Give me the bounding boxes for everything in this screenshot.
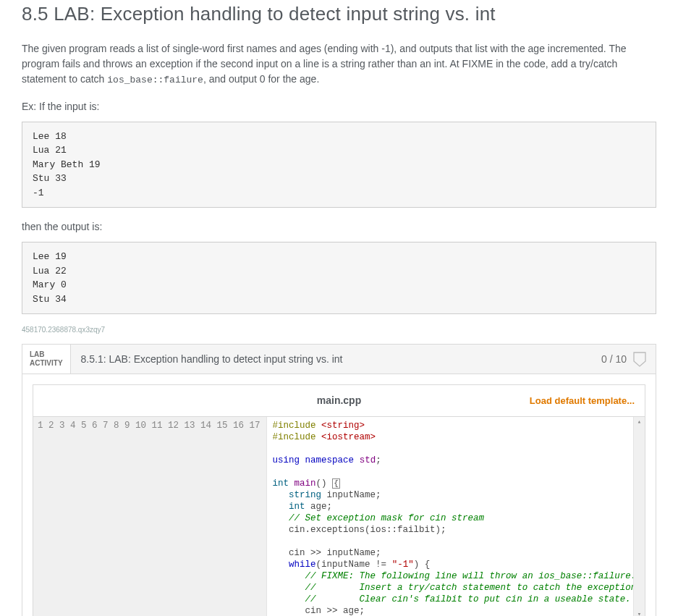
- load-default-template-button[interactable]: Load default template...: [530, 395, 645, 406]
- code-editor[interactable]: 1 2 3 4 5 6 7 8 9 10 11 12 13 14 15 16 1…: [33, 416, 645, 616]
- shield-icon: [632, 351, 647, 367]
- problem-description: The given program reads a list of single…: [22, 41, 656, 88]
- vertical-scrollbar[interactable]: ▴ ▾: [633, 417, 645, 616]
- desc-part2: , and output 0 for the age.: [203, 73, 319, 85]
- lab-score: 0 / 10: [593, 345, 656, 374]
- page-title: 8.5 LAB: Exception handling to detect in…: [22, 0, 656, 28]
- code-content[interactable]: #include <string>#include <iostream> usi…: [267, 417, 633, 616]
- lab-score-text: 0 / 10: [601, 352, 627, 367]
- scroll-down-icon[interactable]: ▾: [634, 609, 645, 616]
- example-output-block: Lee 19 Lua 22 Mary 0 Stu 34: [22, 242, 656, 314]
- example-output-label: then the output is:: [22, 219, 656, 235]
- reference-code: 458170.2368878.qx3zqy7: [22, 324, 656, 335]
- line-number-gutter: 1 2 3 4 5 6 7 8 9 10 11 12 13 14 15 16 1…: [33, 417, 267, 616]
- desc-code: ios_base::failure: [107, 75, 203, 85]
- lab-tag-line1: LAB: [30, 350, 63, 359]
- lab-header-title: 8.5.1: LAB: Exception handling to detect…: [71, 345, 593, 374]
- example-input-label: Ex: If the input is:: [22, 99, 656, 114]
- lab-tag-line2: ACTIVITY: [30, 359, 63, 368]
- lab-activity-container: LAB ACTIVITY 8.5.1: LAB: Exception handl…: [22, 344, 656, 616]
- file-name-label: main.cpp: [237, 393, 441, 408]
- example-input-block: Lee 18 Lua 21 Mary Beth 19 Stu 33 -1: [22, 122, 656, 208]
- editor-toolbar: main.cpp Load default template...: [33, 384, 645, 416]
- editor-panel: main.cpp Load default template... 1 2 3 …: [22, 374, 656, 616]
- scroll-up-icon[interactable]: ▴: [634, 417, 645, 427]
- lab-header: LAB ACTIVITY 8.5.1: LAB: Exception handl…: [22, 345, 656, 374]
- lab-activity-tag: LAB ACTIVITY: [22, 345, 71, 374]
